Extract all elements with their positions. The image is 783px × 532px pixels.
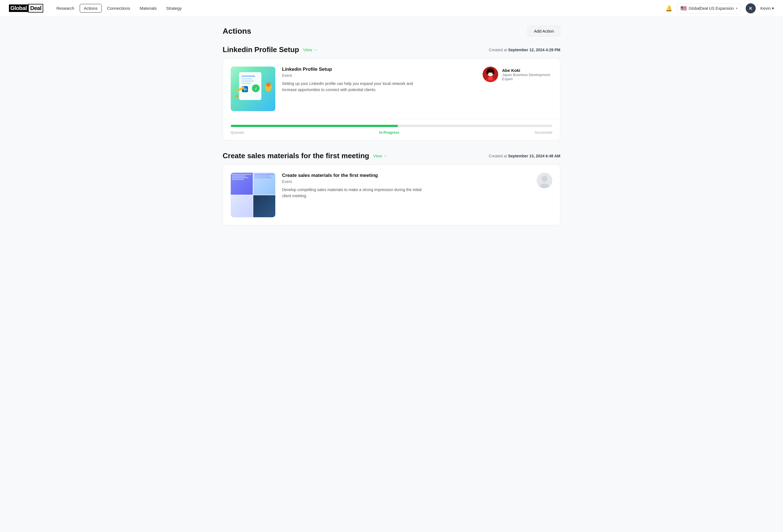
navbar: GlobalDeal Research Actions Connections … [0,0,783,17]
action-content-sales: Create sales materials for the first mee… [282,173,530,199]
nav-actions[interactable]: Actions [80,4,102,12]
created-date-linkedin: September 12, 2024 4:29 PM [508,47,560,52]
svg-point-17 [492,70,494,74]
svg-point-21 [542,176,547,182]
action-name-sales: Create sales materials for the first mee… [282,173,530,178]
logo-deal: Deal [28,4,43,12]
action-section-title-group-sales: Create sales materials for the first mee… [223,152,387,160]
user-chevron-icon: ▾ [772,6,774,11]
nav-links: Research Actions Connections Materials S… [52,4,656,12]
expert-avatar-sales [537,173,552,188]
action-card-linkedin: in ✓ Linkedin Profile Setup [223,59,560,140]
progress-bar-fill-linkedin [231,125,398,127]
workspace-flag: 🇺🇸 [681,5,687,11]
nav-connections[interactable]: Connections [103,4,134,12]
nav-strategy[interactable]: Strategy [162,4,186,12]
svg-text:✓: ✓ [254,86,258,91]
action-section-linkedin: Linkedin Profile Setup View → Created at… [223,45,560,140]
sales-thumb-2 [253,173,275,195]
add-action-button[interactable]: Add Action [528,26,560,36]
action-card-body-sales: Create sales materials for the first mee… [223,165,560,225]
progress-bar-track-linkedin [231,125,552,127]
created-at-linkedin: Created at September 12, 2024 4:29 PM [489,47,560,52]
action-section-sales: Create sales materials for the first mee… [223,152,560,225]
svg-point-16 [487,70,489,74]
expert-title-linkedin: Japan Business Development Expert [502,73,552,81]
progress-label-queued: Queued [231,130,244,135]
nav-right: 🔔 🇺🇸 GlobalDeal US Expansion ▾ K Kevin ▾ [665,3,774,13]
page-container: Actions Add Action Linkedin Profile Setu… [216,17,567,245]
action-section-title-group-linkedin: Linkedin Profile Setup View → [223,45,317,54]
svg-point-10 [266,82,271,87]
action-type-linkedin: Event [282,73,476,78]
svg-rect-1 [241,75,255,77]
action-description-sales: Develop compelling sales materials to ma… [282,187,427,199]
action-section-title-sales: Create sales materials for the first mee… [223,152,369,160]
action-thumbnail-sales [231,173,275,217]
action-card-sales: Create sales materials for the first mee… [223,165,560,225]
created-at-sales: Created at September 13, 2024 6:48 AM [489,154,560,158]
svg-rect-2 [241,78,252,79]
sales-thumb-4 [253,195,275,217]
action-description-linkedin: Setting up your LinkedIn profile can hel… [282,80,427,93]
action-section-header-linkedin: Linkedin Profile Setup View → Created at… [223,45,560,54]
action-thumbnail-linkedin: in ✓ [231,67,275,111]
view-link-sales[interactable]: View → [373,154,387,158]
action-name-linkedin: Linkedin Profile Setup [282,67,476,72]
workspace-name: GlobalDeal US Expansion [689,6,734,10]
expert-name-linkedin: Abe Koki [502,68,552,73]
logo[interactable]: GlobalDeal [9,4,43,12]
page-title: Actions [223,27,251,36]
expert-info-linkedin: Abe Koki Japan Business Development Expe… [502,68,552,81]
action-card-progress-linkedin: Queued In-Progress Successful [223,119,560,140]
page-header: Actions Add Action [223,26,560,36]
workspace-selector[interactable]: 🇺🇸 GlobalDeal US Expansion ▾ [677,3,742,13]
user-name[interactable]: Kevin ▾ [760,6,774,11]
progress-labels-linkedin: Queued In-Progress Successful [231,130,552,135]
action-type-sales: Event [282,179,530,184]
action-expert-linkedin: Abe Koki Japan Business Development Expe… [482,67,552,82]
expert-avatar-linkedin [482,67,498,82]
svg-rect-4 [241,83,251,84]
sales-thumb-3 [231,195,253,217]
nav-materials[interactable]: Materials [135,4,161,12]
action-section-header-sales: Create sales materials for the first mee… [223,152,560,160]
view-link-linkedin[interactable]: View → [303,47,317,52]
logo-global: Global [9,4,28,12]
sales-thumb-1 [231,173,253,195]
progress-label-inprogress: In-Progress [379,130,399,135]
action-section-title-linkedin: Linkedin Profile Setup [223,45,299,54]
notifications-icon[interactable]: 🔔 [665,5,672,12]
action-card-body-linkedin: in ✓ Linkedin Profile Setup [223,59,560,119]
user-avatar[interactable]: K [746,3,756,13]
action-expert-sales [537,173,552,188]
progress-label-successful: Successful [535,130,552,135]
svg-rect-19 [488,76,493,80]
svg-rect-3 [241,80,254,81]
nav-research[interactable]: Research [52,4,78,12]
workspace-chevron-icon: ▾ [736,6,738,10]
svg-marker-12 [235,94,239,98]
created-date-sales: September 13, 2024 6:48 AM [508,154,560,158]
action-content-linkedin: Linkedin Profile Setup Event Setting up … [282,67,476,93]
